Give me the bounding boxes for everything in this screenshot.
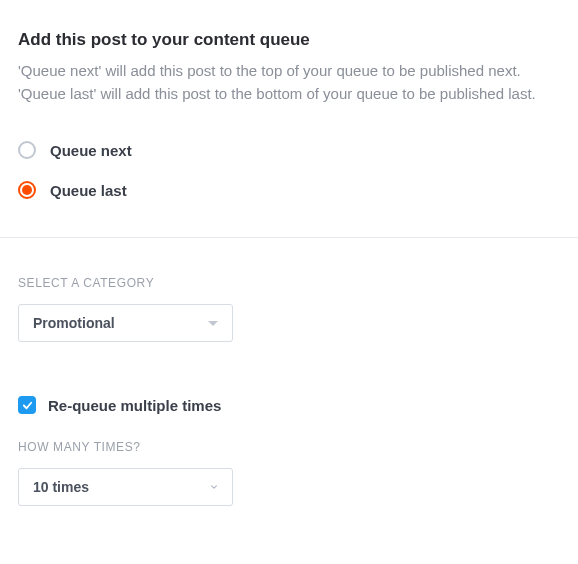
- requeue-checkbox[interactable]: Re-queue multiple times: [18, 396, 560, 414]
- chevron-down-icon: [210, 483, 218, 491]
- checkbox-icon: [18, 396, 36, 414]
- radio-icon: [18, 181, 36, 199]
- category-field-label: SELECT A CATEGORY: [18, 276, 560, 290]
- checkbox-label: Re-queue multiple times: [48, 397, 221, 414]
- radio-icon: [18, 141, 36, 159]
- chevron-down-icon: [208, 321, 218, 326]
- queue-next-radio[interactable]: Queue next: [18, 141, 560, 159]
- queue-last-radio[interactable]: Queue last: [18, 181, 560, 199]
- queue-position-radio-group: Queue next Queue last: [18, 141, 560, 199]
- radio-label: Queue next: [50, 142, 132, 159]
- times-field-label: HOW MANY TIMES?: [18, 440, 560, 454]
- section-heading: Add this post to your content queue: [18, 30, 560, 50]
- section-description: 'Queue next' will add this post to the t…: [18, 60, 558, 105]
- category-select[interactable]: Promotional: [18, 304, 233, 342]
- section-divider: [0, 237, 578, 238]
- radio-label: Queue last: [50, 182, 127, 199]
- check-icon: [22, 400, 33, 411]
- select-value: Promotional: [33, 315, 115, 331]
- select-value: 10 times: [33, 479, 89, 495]
- times-select[interactable]: 10 times: [18, 468, 233, 506]
- radio-dot-icon: [22, 185, 32, 195]
